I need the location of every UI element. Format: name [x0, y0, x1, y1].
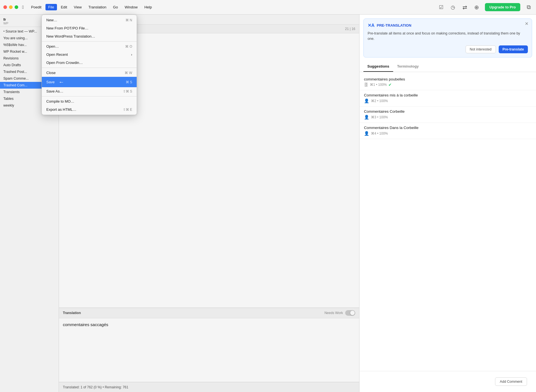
translation-panel: Translation Needs Work commentaires sacc…	[59, 308, 359, 392]
status-bar: Translated: 1 of 762 (0 %) • Remaining: …	[59, 382, 359, 392]
suggestion-meta-3: 👤 ⌘3 • 100%	[364, 115, 532, 120]
layout-icon[interactable]: ⧉	[525, 3, 533, 11]
pre-translation-title-text: PRE-TRANSLATION	[377, 23, 411, 27]
person-icon-3: 👤	[364, 115, 369, 120]
menu-close[interactable]: Close ⌘ W	[42, 69, 137, 77]
file-dropdown-menu: New… ⌘ N New From POT/PO File… New WordP…	[42, 15, 137, 115]
suggestion-item-4[interactable]: Commentaires Dans la Corbeille 👤 ⌘4 • 10…	[359, 123, 536, 139]
check-icon[interactable]: ☑	[437, 3, 445, 11]
pre-translation-banner: ✕A PRE-TRANSLATION ✕ Pre-translate all i…	[363, 19, 532, 57]
menu-open-shortcut: ⌘ O	[125, 45, 132, 49]
suggestion-item-3[interactable]: Commentaires Corbeille 👤 ⌘3 • 100%	[359, 107, 536, 123]
menu-save-label: Save ←	[46, 79, 64, 85]
check-mark-icon: ✔	[388, 82, 392, 87]
upgrade-to-pro-button[interactable]: Upgrade to Pro	[485, 3, 520, 11]
translation-content[interactable]: commentaires saccagés	[59, 318, 359, 392]
person-icon-4: 👤	[364, 131, 369, 136]
separator-2	[42, 68, 137, 68]
menu-item-view[interactable]: View	[71, 4, 84, 10]
save-text: Save	[46, 80, 55, 84]
menu-new-wordpress[interactable]: New WordPress Translation…	[42, 32, 137, 40]
menu-compile-label: Compile to MO…	[46, 99, 74, 103]
add-comment-button[interactable]: Add Comment	[495, 377, 527, 386]
menu-new[interactable]: New… ⌘ N	[42, 16, 137, 24]
suggestion-shortcut-3: ⌘3 • 100%	[371, 115, 388, 119]
pre-translation-actions: Not interested Pre-translate	[368, 45, 528, 53]
menu-open-recent[interactable]: Open Recent ›	[42, 50, 137, 59]
menu-open-label: Open…	[46, 44, 59, 49]
menu-new-shortcut: ⌘ N	[125, 18, 132, 22]
translation-panel-header: Translation Needs Work	[59, 308, 359, 318]
menu-item-poedit[interactable]: Poedit	[28, 4, 44, 10]
chevron-right-icon: ›	[131, 53, 132, 57]
menu-item-edit[interactable]: Edit	[58, 4, 70, 10]
menu-item-file[interactable]: File	[45, 4, 57, 10]
suggestion-main-text-2: Commentaires mis à la corbeille	[364, 93, 532, 97]
suggestions-tabs: Suggestions Terminology	[359, 61, 536, 72]
right-panel: ✕A PRE-TRANSLATION ✕ Pre-translate all i…	[359, 15, 536, 392]
menu-save-as-label: Save As…	[46, 89, 63, 93]
suggestion-shortcut-1: ⌘1 • 100%	[370, 83, 387, 87]
tab-terminology[interactable]: Terminology	[393, 61, 423, 72]
menu-open-crowdin[interactable]: Open From Crowdin…	[42, 59, 137, 67]
suggestion-shortcut-2: ⌘2 • 100%	[371, 99, 388, 103]
translate-icon[interactable]: ⇄	[461, 3, 469, 11]
clock-icon[interactable]: ◷	[449, 3, 457, 11]
menu-save-as-shortcut: ⇧⌘ S	[123, 89, 132, 93]
menu-close-label: Close	[46, 71, 56, 75]
pre-translation-title: ✕A PRE-TRANSLATION	[368, 23, 528, 28]
apple-logo-icon: 	[22, 5, 24, 10]
suggestion-item-1[interactable]: commentaires poubelles 🗄 ⌘1 • 100% ✔	[359, 74, 536, 90]
menu-close-shortcut: ⌘ W	[125, 71, 132, 75]
suggestion-main-text-1: commentaires poubelles	[364, 77, 532, 81]
person-icon-2: 👤	[364, 98, 369, 103]
menu-bar: Poedit File Edit View Translation Go Win…	[28, 4, 155, 10]
suggestion-main-text-4: Commentaires Dans la Corbeille	[364, 126, 532, 130]
menu-save[interactable]: Save ← ⌘ S	[42, 77, 137, 87]
suggestion-meta-4: 👤 ⌘4 • 100%	[364, 131, 532, 136]
translation-panel-label: Translation	[63, 311, 81, 315]
suggestion-meta-2: 👤 ⌘2 • 100%	[364, 98, 532, 103]
suggestions-list: commentaires poubelles 🗄 ⌘1 • 100% ✔ Com…	[359, 72, 536, 371]
menu-item-help[interactable]: Help	[141, 4, 155, 10]
suggestion-shortcut-4: ⌘4 • 100%	[371, 132, 388, 135]
menu-export-html-shortcut: ⇧⌘ E	[123, 108, 132, 112]
right-panel-footer: Add Comment	[359, 371, 536, 392]
menu-open[interactable]: Open… ⌘ O	[42, 42, 137, 50]
menu-open-crowdin-label: Open From Crowdin…	[46, 61, 83, 65]
menu-new-from-pot[interactable]: New From POT/PO File…	[42, 24, 137, 32]
menu-open-recent-label: Open Recent	[46, 52, 68, 57]
menu-compile[interactable]: Compile to MO…	[42, 97, 137, 105]
menu-item-go[interactable]: Go	[110, 4, 121, 10]
download-icon[interactable]: ⊕	[473, 3, 480, 11]
pre-translation-description: Pre-translate all items at once and focu…	[368, 31, 528, 41]
menu-save-shortcut: ⌘ S	[126, 80, 132, 84]
close-button[interactable]	[3, 5, 7, 9]
translation-text-value: commentaires saccagés	[63, 322, 108, 327]
minimize-button[interactable]	[9, 5, 13, 9]
status-bar-text: Translated: 1 of 762 (0 %) • Remaining: …	[63, 385, 128, 389]
needs-work-toggle[interactable]: Needs Work	[324, 310, 355, 316]
suggestion-item-2[interactable]: Commentaires mis à la corbeille 👤 ⌘2 • 1…	[359, 90, 536, 107]
separator-1	[42, 41, 137, 41]
maximize-button[interactable]	[15, 5, 18, 9]
pre-translation-logo-icon: ✕A	[368, 23, 375, 28]
source-panel-count: 21 | 16	[345, 27, 355, 31]
suggestion-meta-1: 🗄 ⌘1 • 100% ✔	[364, 82, 532, 87]
toolbar-icons: ☑ ◷ ⇄ ⊕	[437, 3, 480, 11]
not-interested-button[interactable]: Not interested	[466, 45, 496, 53]
separator-3	[42, 96, 137, 96]
menu-item-translation[interactable]: Translation	[86, 4, 109, 10]
menu-new-label: New…	[46, 18, 57, 22]
window-controls	[3, 5, 18, 9]
tab-suggestions[interactable]: Suggestions	[363, 61, 393, 72]
menu-export-html[interactable]: Export as HTML… ⇧⌘ E	[42, 105, 137, 114]
menu-item-window[interactable]: Window	[122, 4, 140, 10]
save-arrow-icon: ←	[59, 79, 64, 85]
title-bar:  Poedit File Edit View Translation Go W…	[0, 0, 536, 15]
pre-translation-close-icon[interactable]: ✕	[525, 22, 528, 26]
menu-save-as[interactable]: Save As… ⇧⌘ S	[42, 87, 137, 95]
needs-work-label: Needs Work	[324, 311, 343, 315]
needs-work-switch[interactable]	[345, 310, 355, 316]
pre-translate-button[interactable]: Pre-translate	[499, 45, 528, 53]
